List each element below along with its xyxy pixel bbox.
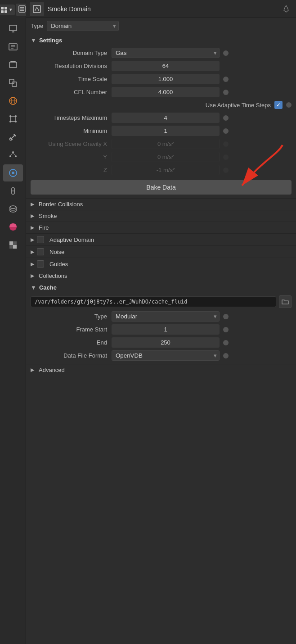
gravity-z-row: Z xyxy=(26,163,296,177)
svg-rect-8 xyxy=(9,25,17,31)
svg-rect-3 xyxy=(4,10,7,13)
timesteps-max-input[interactable] xyxy=(112,113,220,123)
gravity-label: Using Scene Gravity X xyxy=(31,141,112,147)
noise-row[interactable]: ▶ Noise xyxy=(26,245,296,258)
border-collisions-row[interactable]: ▶ Border Collisions xyxy=(26,198,296,210)
topbar-title: Smoke Domain xyxy=(48,5,276,13)
domain-type-select-wrapper[interactable]: Gas Liquid xyxy=(112,48,220,58)
svg-rect-41 xyxy=(13,245,17,249)
cfl-number-dot xyxy=(223,90,229,95)
guides-triangle: ▶ xyxy=(31,261,34,267)
sidebar-icon-output[interactable] xyxy=(3,38,23,55)
gravity-z-dot xyxy=(223,168,229,173)
smoke-domain-icon[interactable] xyxy=(30,2,44,16)
layout-switcher[interactable]: ▾ xyxy=(0,5,15,15)
sidebar-icon-scene[interactable] xyxy=(3,74,23,91)
type-label: Type xyxy=(31,23,43,29)
guides-checkbox[interactable] xyxy=(37,260,44,268)
sidebar-icon-data[interactable] xyxy=(3,200,23,218)
smoke-triangle: ▶ xyxy=(31,213,34,219)
advanced-row[interactable]: ▶ Advanced xyxy=(26,364,296,376)
adaptive-domain-row[interactable]: ▶ Adaptive Domain xyxy=(26,233,296,245)
svg-rect-16 xyxy=(10,61,16,62)
fire-row[interactable]: ▶ Fire xyxy=(26,222,296,233)
time-scale-label: Time Scale xyxy=(31,76,112,82)
svg-rect-38 xyxy=(9,241,13,245)
timesteps-min-dot xyxy=(223,128,229,134)
svg-line-31 xyxy=(11,153,13,155)
sidebar-icon-object[interactable] xyxy=(3,110,23,127)
data-file-format-row: Data File Format OpenVDB UNI Cache xyxy=(26,349,296,362)
sidebar-icon-particles[interactable] xyxy=(3,146,23,163)
svg-rect-15 xyxy=(9,62,17,68)
cache-path-input[interactable] xyxy=(31,296,276,307)
svg-point-29 xyxy=(9,155,11,157)
file-format-select[interactable]: OpenVDB UNI Cache xyxy=(112,350,220,361)
svg-rect-42 xyxy=(33,5,40,13)
domain-type-select[interactable]: Gas Liquid xyxy=(112,48,220,58)
type-select-wrapper[interactable]: Domain Flow Effector xyxy=(47,21,119,31)
cache-triangle: ▼ xyxy=(31,284,36,291)
noise-checkbox[interactable] xyxy=(37,248,44,255)
domain-type-row: Domain Type Gas Liquid xyxy=(26,46,296,59)
guides-label: Guides xyxy=(49,261,68,268)
sidebar-icon-viewlayer[interactable] xyxy=(3,56,23,73)
collections-row[interactable]: ▶ Collections xyxy=(26,270,296,281)
topbar: Smoke Domain xyxy=(26,0,296,18)
frame-end-input[interactable] xyxy=(112,337,220,348)
sidebar-icon-physics[interactable] xyxy=(3,164,23,181)
svg-point-25 xyxy=(9,121,11,122)
sidebar-icon-material[interactable] xyxy=(3,218,23,236)
folder-browse-button[interactable] xyxy=(279,295,292,308)
bake-data-button[interactable]: Bake Data xyxy=(31,180,292,195)
cache-type-label: Type xyxy=(31,313,112,320)
fire-label: Fire xyxy=(39,224,49,231)
sidebar-icon-render[interactable] xyxy=(3,20,23,37)
cfl-number-row: CFL Number xyxy=(26,86,296,99)
adaptive-timesteps-checkbox[interactable]: ✓ xyxy=(274,101,283,109)
fire-triangle: ▶ xyxy=(31,225,34,231)
timesteps-min-input[interactable] xyxy=(112,126,220,136)
timesteps-min-label: Minimum xyxy=(31,127,112,134)
cache-type-select[interactable]: Modular Replay All xyxy=(112,311,220,322)
svg-point-26 xyxy=(15,121,17,122)
noise-triangle: ▶ xyxy=(31,249,34,255)
type-select[interactable]: Domain Flow Effector xyxy=(47,21,119,31)
time-scale-input[interactable] xyxy=(112,74,220,84)
frame-start-input[interactable] xyxy=(112,324,220,335)
type-row: Type Domain Flow Effector xyxy=(26,18,296,34)
timesteps-max-label: Timesteps Maximum xyxy=(31,114,112,121)
gravity-y-dot xyxy=(223,154,229,160)
adaptive-domain-checkbox[interactable] xyxy=(37,236,44,243)
svg-rect-39 xyxy=(13,241,17,245)
svg-point-24 xyxy=(15,115,17,117)
timesteps-min-row: Minimum xyxy=(26,124,296,137)
adaptive-domain-label: Adaptive Domain xyxy=(49,236,94,243)
svg-point-36 xyxy=(10,206,16,209)
svg-point-27 xyxy=(9,138,12,141)
svg-rect-22 xyxy=(10,116,16,122)
gravity-z-input xyxy=(112,165,220,175)
domain-type-dot xyxy=(223,50,229,56)
svg-rect-0 xyxy=(1,7,4,9)
settings-label: Settings xyxy=(39,37,62,44)
svg-point-28 xyxy=(12,151,14,153)
collections-triangle: ▶ xyxy=(31,273,34,279)
pin-button[interactable] xyxy=(280,3,292,15)
file-format-select-wrapper[interactable]: OpenVDB UNI Cache xyxy=(112,350,220,361)
frame-end-row: End xyxy=(26,336,296,349)
svg-rect-2 xyxy=(1,10,4,13)
cache-header: ▼ Cache xyxy=(26,281,296,294)
sidebar-icon-world[interactable] xyxy=(3,92,23,109)
sidebar-icon-texture[interactable] xyxy=(3,236,23,254)
smoke-row[interactable]: ▶ Smoke xyxy=(26,210,296,222)
sidebar-icon-modifier[interactable] xyxy=(3,128,23,145)
resolution-divisions-input[interactable] xyxy=(112,61,220,71)
guides-row[interactable]: ▶ Guides xyxy=(26,258,296,270)
svg-point-23 xyxy=(9,115,11,117)
svg-rect-18 xyxy=(12,82,17,86)
adaptive-timesteps-row: Use Adaptive Time Steps ✓ xyxy=(26,99,296,111)
cfl-number-input[interactable] xyxy=(112,87,220,97)
sidebar-icon-constraints[interactable] xyxy=(3,182,23,200)
cache-type-select-wrapper[interactable]: Modular Replay All xyxy=(112,311,220,322)
